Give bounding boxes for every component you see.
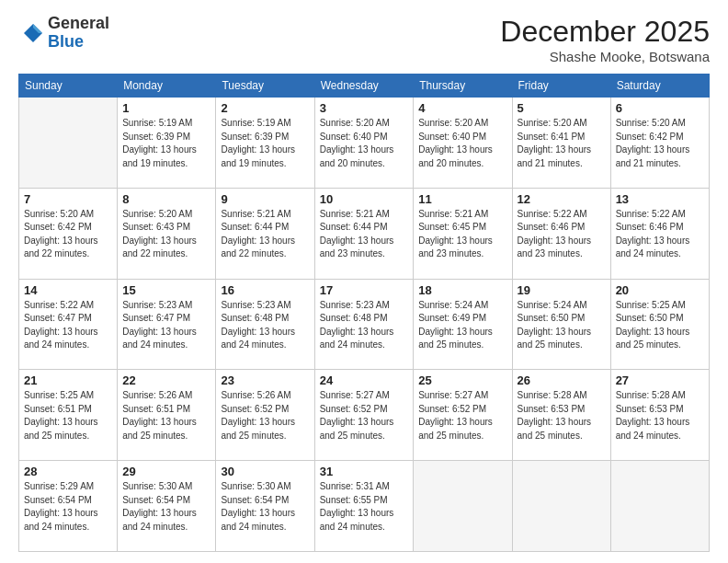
day-info: Sunrise: 5:26 AM Sunset: 6:52 PM Dayligh… (221, 389, 309, 442)
weekday-header: Sunday (19, 75, 118, 98)
calendar-cell: 12Sunrise: 5:22 AM Sunset: 6:46 PM Dayli… (512, 188, 610, 279)
calendar-cell: 30Sunrise: 5:30 AM Sunset: 6:54 PM Dayli… (216, 461, 314, 552)
calendar-cell (19, 98, 118, 189)
calendar-cell: 13Sunrise: 5:22 AM Sunset: 6:46 PM Dayli… (610, 188, 709, 279)
calendar-cell: 14Sunrise: 5:22 AM Sunset: 6:47 PM Dayli… (19, 279, 118, 370)
calendar-week-row: 21Sunrise: 5:25 AM Sunset: 6:51 PM Dayli… (19, 370, 710, 461)
day-info: Sunrise: 5:20 AM Sunset: 6:40 PM Dayligh… (320, 117, 409, 170)
day-info: Sunrise: 5:20 AM Sunset: 6:43 PM Dayligh… (122, 208, 210, 261)
day-number: 17 (320, 283, 409, 297)
day-number: 31 (320, 465, 409, 478)
calendar-cell: 2Sunrise: 5:19 AM Sunset: 6:39 PM Daylig… (216, 98, 314, 189)
calendar-cell: 26Sunrise: 5:28 AM Sunset: 6:53 PM Dayli… (512, 370, 610, 461)
day-number: 3 (320, 101, 409, 115)
day-info: Sunrise: 5:19 AM Sunset: 6:39 PM Dayligh… (221, 117, 309, 170)
day-info: Sunrise: 5:19 AM Sunset: 6:39 PM Dayligh… (122, 117, 210, 170)
day-info: Sunrise: 5:20 AM Sunset: 6:42 PM Dayligh… (616, 117, 704, 170)
day-info: Sunrise: 5:23 AM Sunset: 6:48 PM Dayligh… (320, 299, 409, 352)
calendar-cell: 5Sunrise: 5:20 AM Sunset: 6:41 PM Daylig… (512, 98, 610, 189)
day-number: 21 (24, 373, 112, 387)
day-number: 23 (221, 373, 309, 387)
calendar-cell: 23Sunrise: 5:26 AM Sunset: 6:52 PM Dayli… (216, 370, 314, 461)
day-info: Sunrise: 5:22 AM Sunset: 6:46 PM Dayligh… (616, 208, 704, 261)
weekday-header: Friday (512, 75, 610, 98)
calendar-cell (610, 461, 709, 552)
logo-blue: Blue (48, 33, 109, 52)
day-number: 29 (122, 465, 210, 478)
calendar-cell: 15Sunrise: 5:23 AM Sunset: 6:47 PM Dayli… (118, 279, 216, 370)
calendar-week-row: 14Sunrise: 5:22 AM Sunset: 6:47 PM Dayli… (19, 279, 710, 370)
weekday-header-row: SundayMondayTuesdayWednesdayThursdayFrid… (19, 75, 710, 98)
day-number: 13 (616, 192, 704, 206)
day-info: Sunrise: 5:27 AM Sunset: 6:52 PM Dayligh… (418, 389, 506, 442)
day-number: 8 (122, 192, 210, 206)
day-number: 1 (122, 101, 210, 115)
calendar-cell (414, 461, 512, 552)
calendar-cell: 16Sunrise: 5:23 AM Sunset: 6:48 PM Dayli… (216, 279, 314, 370)
logo: General Blue (18, 15, 109, 52)
day-number: 20 (616, 283, 704, 297)
calendar-cell: 31Sunrise: 5:31 AM Sunset: 6:55 PM Dayli… (314, 461, 414, 552)
day-info: Sunrise: 5:28 AM Sunset: 6:53 PM Dayligh… (616, 389, 704, 442)
location-subtitle: Shashe Mooke, Botswana (500, 49, 710, 64)
day-number: 22 (122, 373, 210, 387)
day-number: 15 (122, 283, 210, 297)
month-title: December 2025 (500, 15, 710, 49)
day-info: Sunrise: 5:25 AM Sunset: 6:50 PM Dayligh… (616, 299, 704, 352)
day-number: 26 (518, 373, 606, 387)
day-info: Sunrise: 5:21 AM Sunset: 6:44 PM Dayligh… (221, 208, 309, 261)
header: General Blue December 2025 Shashe Mooke,… (18, 15, 710, 64)
day-number: 14 (24, 283, 112, 297)
calendar-cell: 22Sunrise: 5:26 AM Sunset: 6:51 PM Dayli… (118, 370, 216, 461)
weekday-header: Monday (118, 75, 216, 98)
day-number: 6 (616, 101, 704, 115)
day-number: 10 (320, 192, 409, 206)
day-number: 25 (418, 373, 506, 387)
calendar-table: SundayMondayTuesdayWednesdayThursdayFrid… (18, 74, 710, 552)
logo-icon (18, 20, 44, 46)
logo-text: General Blue (48, 15, 109, 52)
calendar-cell: 29Sunrise: 5:30 AM Sunset: 6:54 PM Dayli… (118, 461, 216, 552)
calendar-cell: 4Sunrise: 5:20 AM Sunset: 6:40 PM Daylig… (414, 98, 512, 189)
calendar-cell: 1Sunrise: 5:19 AM Sunset: 6:39 PM Daylig… (118, 98, 216, 189)
day-info: Sunrise: 5:30 AM Sunset: 6:54 PM Dayligh… (122, 480, 210, 534)
weekday-header: Saturday (610, 75, 709, 98)
calendar-week-row: 1Sunrise: 5:19 AM Sunset: 6:39 PM Daylig… (19, 98, 710, 189)
calendar-cell: 25Sunrise: 5:27 AM Sunset: 6:52 PM Dayli… (414, 370, 512, 461)
title-block: December 2025 Shashe Mooke, Botswana (500, 15, 710, 64)
day-number: 4 (418, 101, 506, 115)
calendar-cell: 28Sunrise: 5:29 AM Sunset: 6:54 PM Dayli… (19, 461, 118, 552)
calendar-cell: 3Sunrise: 5:20 AM Sunset: 6:40 PM Daylig… (314, 98, 414, 189)
calendar-cell: 7Sunrise: 5:20 AM Sunset: 6:42 PM Daylig… (19, 188, 118, 279)
day-info: Sunrise: 5:22 AM Sunset: 6:47 PM Dayligh… (24, 299, 112, 352)
day-info: Sunrise: 5:31 AM Sunset: 6:55 PM Dayligh… (320, 480, 409, 534)
day-number: 27 (616, 373, 704, 387)
calendar-week-row: 7Sunrise: 5:20 AM Sunset: 6:42 PM Daylig… (19, 188, 710, 279)
calendar-cell: 20Sunrise: 5:25 AM Sunset: 6:50 PM Dayli… (610, 279, 709, 370)
day-number: 9 (221, 192, 309, 206)
calendar-cell: 6Sunrise: 5:20 AM Sunset: 6:42 PM Daylig… (610, 98, 709, 189)
day-number: 2 (221, 101, 309, 115)
weekday-header: Tuesday (216, 75, 314, 98)
day-info: Sunrise: 5:24 AM Sunset: 6:49 PM Dayligh… (418, 299, 506, 352)
calendar-cell (512, 461, 610, 552)
calendar-week-row: 28Sunrise: 5:29 AM Sunset: 6:54 PM Dayli… (19, 461, 710, 552)
day-info: Sunrise: 5:24 AM Sunset: 6:50 PM Dayligh… (518, 299, 606, 352)
day-number: 16 (221, 283, 309, 297)
day-info: Sunrise: 5:20 AM Sunset: 6:41 PM Dayligh… (518, 117, 606, 170)
calendar-cell: 21Sunrise: 5:25 AM Sunset: 6:51 PM Dayli… (19, 370, 118, 461)
weekday-header: Thursday (414, 75, 512, 98)
calendar-cell: 9Sunrise: 5:21 AM Sunset: 6:44 PM Daylig… (216, 188, 314, 279)
calendar-cell: 18Sunrise: 5:24 AM Sunset: 6:49 PM Dayli… (414, 279, 512, 370)
calendar-cell: 10Sunrise: 5:21 AM Sunset: 6:44 PM Dayli… (314, 188, 414, 279)
day-number: 12 (518, 192, 606, 206)
calendar-cell: 17Sunrise: 5:23 AM Sunset: 6:48 PM Dayli… (314, 279, 414, 370)
day-number: 7 (24, 192, 112, 206)
day-info: Sunrise: 5:25 AM Sunset: 6:51 PM Dayligh… (24, 389, 112, 442)
calendar-cell: 27Sunrise: 5:28 AM Sunset: 6:53 PM Dayli… (610, 370, 709, 461)
day-info: Sunrise: 5:21 AM Sunset: 6:44 PM Dayligh… (320, 208, 409, 261)
day-info: Sunrise: 5:21 AM Sunset: 6:45 PM Dayligh… (418, 208, 506, 261)
day-number: 18 (418, 283, 506, 297)
day-number: 19 (518, 283, 606, 297)
logo-general: General (48, 15, 109, 33)
